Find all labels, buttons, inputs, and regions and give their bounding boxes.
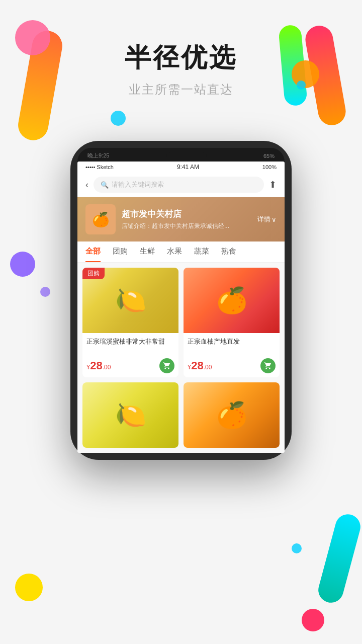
search-bar: ‹ 🔍 请输入关键词搜索 ⬆: [77, 173, 285, 197]
category-tab[interactable]: 熟食: [221, 242, 236, 262]
phone-mockup: 晚上9:25 65% ••••• Sketch 9:41 AM 100% ‹ 🔍…: [70, 141, 292, 460]
search-placeholder: 请输入关键词搜索: [112, 180, 164, 189]
store-info: 超市发中关村店 店铺介绍：超市发中关村店秉承诚信经...: [122, 208, 251, 230]
search-input-box[interactable]: 🔍 请输入关键词搜索: [94, 177, 264, 193]
search-icon: 🔍: [101, 181, 109, 189]
inner-battery: 100%: [262, 164, 277, 170]
category-tab[interactable]: 团购: [113, 242, 128, 262]
store-description: 店铺介绍：超市发中关村店秉承诚信经...: [122, 222, 251, 230]
outer-battery: 65%: [263, 153, 275, 159]
share-button[interactable]: ⬆: [269, 179, 277, 190]
product-card[interactable]: 🍋团购正宗琯溪蜜柚非常大非常甜¥28.00: [82, 268, 178, 377]
product-info: 正宗血柚产地直发¥28.00: [184, 333, 280, 377]
store-avatar: 🍊: [85, 204, 116, 234]
phone-outer: 晚上9:25 65% ••••• Sketch 9:41 AM 100% ‹ 🔍…: [70, 141, 292, 460]
store-detail-button[interactable]: 详情 ∨: [257, 215, 277, 224]
add-to-cart-button[interactable]: [159, 358, 174, 373]
inner-carrier: ••••• Sketch: [85, 164, 114, 170]
sub-title: 业主所需一站直达: [0, 82, 362, 98]
product-card[interactable]: 🍊正宗血柚产地直发¥28.00: [184, 268, 280, 377]
inner-status-bar: ••••• Sketch 9:41 AM 100%: [77, 162, 285, 173]
product-price: ¥28.00: [86, 359, 111, 372]
products-grid: 🍋团购正宗琯溪蜜柚非常大非常甜¥28.00🍊正宗血柚产地直发¥28.00🍋🍊: [77, 263, 285, 453]
product-name: 正宗琯溪蜜柚非常大非常甜: [86, 337, 174, 355]
phone-outer-status: 晚上9:25 65%: [77, 148, 285, 162]
product-image: 🍊: [184, 382, 280, 448]
product-price-row: ¥28.00: [86, 358, 174, 373]
category-tabs: 全部团购生鲜水果蔬菜熟食: [77, 242, 285, 263]
store-name: 超市发中关村店: [122, 208, 251, 220]
product-image: 🍊: [184, 268, 280, 333]
product-image: 🍋: [82, 382, 178, 448]
category-tab[interactable]: 生鲜: [140, 242, 155, 262]
phone-screen: ••••• Sketch 9:41 AM 100% ‹ 🔍 请输入关键词搜索 ⬆…: [77, 162, 285, 453]
category-tab[interactable]: 蔬菜: [194, 242, 209, 262]
title-area: 半径优选 业主所需一站直达: [0, 40, 362, 98]
store-header: 🍊 超市发中关村店 店铺介绍：超市发中关村店秉承诚信经... 详情 ∨: [77, 197, 285, 242]
product-price: ¥28.00: [188, 359, 212, 372]
back-button[interactable]: ‹: [85, 180, 88, 190]
add-to-cart-button[interactable]: [260, 358, 276, 373]
outer-time: 晚上9:25: [87, 152, 109, 159]
phone-notch: [166, 152, 207, 159]
product-card[interactable]: 🍊: [184, 382, 280, 448]
product-info: 正宗琯溪蜜柚非常大非常甜¥28.00: [82, 333, 178, 377]
category-tab[interactable]: 水果: [167, 242, 182, 262]
inner-time: 9:41 AM: [177, 164, 199, 171]
product-card[interactable]: 🍋: [82, 382, 178, 448]
product-name: 正宗血柚产地直发: [188, 337, 276, 355]
product-price-row: ¥28.00: [188, 358, 276, 373]
product-image: 🍋团购: [82, 268, 178, 333]
product-badge: 团购: [82, 268, 105, 279]
category-tab[interactable]: 全部: [85, 242, 101, 262]
main-title: 半径优选: [0, 40, 362, 75]
